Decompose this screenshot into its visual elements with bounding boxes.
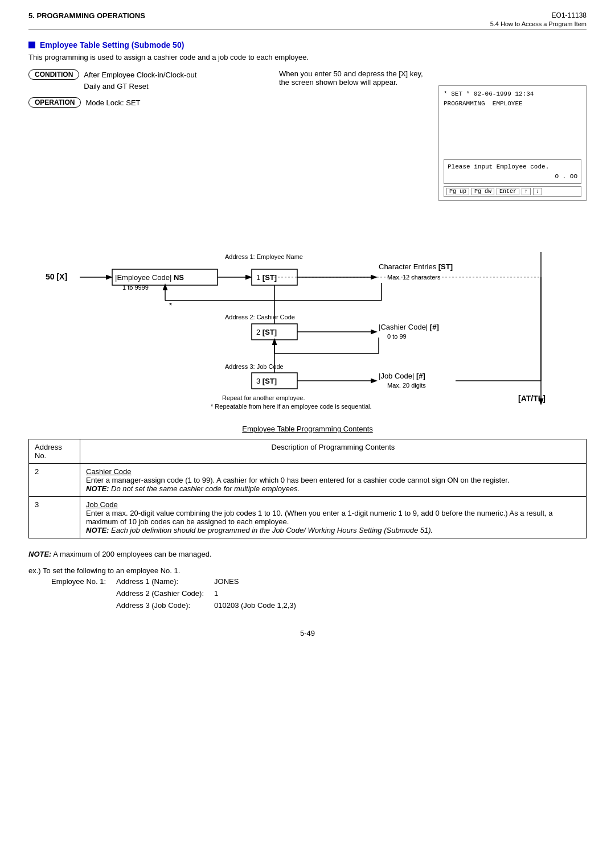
operation-badge: OPERATION	[28, 97, 81, 108]
ex-row-2: Address 2 (Cashier Code): 1	[47, 588, 301, 599]
svg-text:|Employee Code|  NS: |Employee Code| NS	[115, 273, 184, 282]
svg-text:2 [ST]: 2 [ST]	[256, 328, 277, 336]
attl-label: [AT/TL]	[518, 394, 546, 403]
screen-input-box: Please input Employee code. O . OO	[444, 159, 581, 184]
operation-text: Mode Lock: SET	[85, 97, 140, 109]
when-text: When you enter 50 and depress the [X] ke…	[279, 69, 587, 87]
section-title: Employee Table Setting (Submode 50)	[28, 40, 587, 50]
svg-text:Repeat for another employee.: Repeat for another employee.	[222, 394, 305, 401]
flow-start-label: 50 [X]	[46, 272, 67, 281]
note-job-label: NOTE:	[86, 526, 109, 534]
desc-2: Cashier Code Enter a manager-assign code…	[80, 464, 587, 497]
table-row: 3 Job Code Enter a max. 20-digit value c…	[29, 497, 587, 538]
svg-text:|Cashier Code|  [#]: |Cashier Code| [#]	[379, 323, 439, 331]
svg-text:Max. 20 digits: Max. 20 digits	[387, 382, 426, 389]
flow-svg: 50 [X] |Employee Code| NS 1 to 9999 Addr…	[28, 218, 587, 412]
note-cashier-label: NOTE:	[86, 484, 109, 493]
ex-emp-label: Employee No. 1:	[47, 576, 110, 587]
svg-text:|Job Code|  [#]: |Job Code| [#]	[379, 372, 425, 380]
chapter-title: 5. PROGRAMMING OPERATIONS	[28, 11, 145, 20]
ex-addr3-label: Address 3 (Job Code):	[112, 600, 208, 611]
svg-text:3 [ST]: 3 [ST]	[256, 377, 277, 385]
svg-text:Character Entries  [ST]: Character Entries [ST]	[379, 262, 453, 271]
programming-table: Address No. Description of Programming C…	[28, 439, 587, 538]
btn-pgdw: Pg dw	[472, 188, 494, 195]
screen-input-label: Please input Employee code.	[448, 162, 577, 172]
page-number: 5-49	[28, 629, 587, 637]
col-desc: Description of Programming Contents	[80, 439, 587, 464]
example-section: ex.) To set the following to an employee…	[28, 566, 587, 612]
addr-3: 3	[29, 497, 80, 538]
addr-2: 2	[29, 464, 80, 497]
btn-down: ↓	[533, 188, 542, 195]
screen-input-value: O . OO	[448, 172, 577, 182]
svg-text:0 to 99: 0 to 99	[387, 333, 407, 340]
ex-row-1: Employee No. 1: Address 1 (Name): JONES	[47, 576, 301, 587]
ex-addr1-value: JONES	[210, 576, 301, 587]
ex-addr1-label: Address 1 (Name):	[112, 576, 208, 587]
section-description: This programming is used to assign a cas…	[28, 53, 587, 61]
screen-buttons: Pg up Pg dw Enter ↑ ↓	[444, 186, 581, 197]
svg-text:1 [ST]: 1 [ST]	[256, 273, 277, 282]
ex-addr2-label: Address 2 (Cashier Code):	[112, 588, 208, 599]
screen-line1: * SET * 02-06-1999 12:34	[444, 89, 581, 99]
page-header: 5. PROGRAMMING OPERATIONS EO1-11138 5.4 …	[28, 11, 587, 30]
job-code-title: Job Code	[86, 500, 118, 509]
ex-row-3: Address 3 (Job Code): 010203 (Job Code 1…	[47, 600, 301, 611]
btn-pgup: Pg up	[446, 188, 469, 195]
screen-line2: PROGRAMMING EMPLOYEE	[444, 99, 581, 109]
table-row: 2 Cashier Code Enter a manager-assign co…	[29, 464, 587, 497]
svg-text:1 to 9999: 1 to 9999	[122, 284, 149, 291]
note-bottom: NOTE: A maximum of 200 employees can be …	[28, 550, 587, 558]
svg-text:* Repeatable from here if an e: * Repeatable from here if an employee co…	[211, 403, 372, 410]
svg-text:Address 2:  Cashier Code: Address 2: Cashier Code	[225, 314, 295, 320]
condition-text: After Employee Clock-in/Clock-out Daily …	[84, 69, 196, 92]
svg-text:*: *	[169, 301, 172, 310]
desc-3: Job Code Enter a max. 20-digit value com…	[80, 497, 587, 538]
screen-mockup: * SET * 02-06-1999 12:34 PROGRAMMING EMP…	[438, 85, 587, 201]
ex-addr3-value: 010203 (Job Code 1,2,3)	[210, 600, 301, 611]
table-title: Employee Table Programming Contents	[28, 425, 587, 433]
ex-empty2	[47, 600, 110, 611]
section-ref: 5.4 How to Access a Program Item	[490, 20, 587, 27]
note-job-text: Each job definition should be programmed…	[109, 526, 433, 534]
note-cashier-text: Do not set the same cashier code for mul…	[109, 484, 300, 493]
btn-enter: Enter	[497, 188, 519, 195]
btn-up: ↑	[522, 188, 531, 195]
cashier-code-title: Cashier Code	[86, 467, 132, 476]
note-bottom-text: A maximum of 200 employees can be manage…	[53, 550, 211, 558]
condition-badge: CONDITION	[28, 69, 79, 80]
operation-row: OPERATION Mode Lock: SET	[28, 97, 268, 111]
svg-text:Address 1:  Employee Name: Address 1: Employee Name	[225, 253, 303, 260]
flow-diagram-area: 50 [X] |Employee Code| NS 1 to 9999 Addr…	[28, 218, 587, 413]
condition-row: CONDITION After Employee Clock-in/Clock-…	[28, 69, 268, 92]
ex-intro: ex.) To set the following to an employee…	[28, 566, 587, 575]
doc-number: EO1-11138	[490, 11, 587, 19]
ex-addr2-value: 1	[210, 588, 301, 599]
col-addr: Address No.	[29, 439, 80, 464]
ex-table: Employee No. 1: Address 1 (Name): JONES …	[46, 575, 302, 612]
ex-empty	[47, 588, 110, 599]
